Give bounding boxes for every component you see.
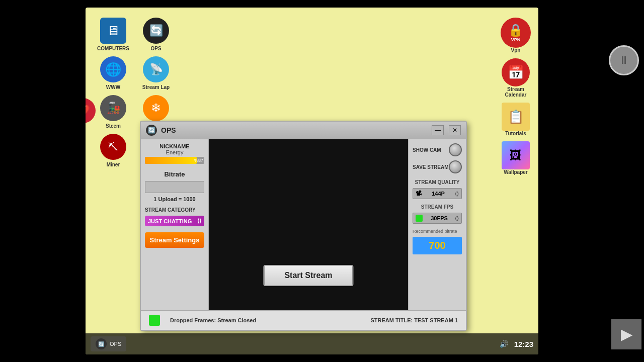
icon-row-1: 🖥 COMPUTERS 🔄 OPS — [96, 18, 174, 51]
stream-calendar-icon[interactable]: 📅 Stream Calendar — [498, 58, 533, 98]
save-stream-label: SAVE STREAM — [413, 164, 449, 170]
stream-title-text: STREAM TITLE: TEST STREAM 1 — [370, 317, 458, 323]
tutorial-folder-icon: 📋 — [502, 103, 530, 131]
streamlap-label: Stream Lap — [142, 84, 170, 90]
ops-titlebar: 🔄 OPS — ✕ — [141, 122, 466, 139]
icon-row-2: 🌐 WWW 📡 Stream Lap — [96, 56, 174, 90]
right-icons: 🔒 VPN Vpn 📅 Stream Calendar 📋 Tutorials … — [498, 18, 533, 175]
computers-icon[interactable]: 🖥 COMPUTERS — [96, 18, 131, 51]
tutorials-icon[interactable]: 📋 Tutorials — [498, 103, 533, 136]
taskbar-ops-icon: 🔄 — [96, 338, 107, 349]
pause-button[interactable]: ⏸ — [609, 45, 639, 75]
quality-dropdown[interactable]: 📽 144P ⟨⟩ — [413, 188, 462, 199]
quality-arrows: ⟨⟩ — [455, 191, 459, 197]
fps-arrows: ⟨⟩ — [455, 216, 459, 221]
nickname-section: NICKNAME Energy %87 — [145, 143, 204, 165]
quality-value: 144P — [432, 191, 445, 197]
ops-label: OPS — [150, 46, 161, 51]
stream-title-label: STREAM TITLE: — [370, 317, 413, 323]
minimize-button[interactable]: — — [432, 125, 444, 135]
ops-window-title: OPS — [161, 126, 427, 134]
recommended-bitrate-label: Recommended bitrate — [413, 229, 462, 234]
health-icon: ❤️ — [86, 98, 96, 123]
volume-icon[interactable]: 🔊 — [500, 340, 508, 348]
minecraft-icon[interactable]: ⛏ Miner — [96, 134, 131, 167]
stream-preview: Start Stream — [209, 139, 408, 310]
taskbar-ops-label: OPS — [110, 341, 121, 347]
show-cam-label: SHOW CAM — [413, 147, 441, 153]
minecraft-label: Miner — [107, 162, 120, 167]
streamlap-icon[interactable]: 📡 Stream Lap — [138, 56, 174, 90]
save-stream-toggle[interactable] — [449, 160, 462, 173]
ops-right-panel: SHOW CAM SAVE STREAM STREAM QUALITY 📽 14… — [408, 139, 466, 310]
www-label: WWW — [106, 84, 120, 90]
calendar-icon: 📅 — [502, 58, 530, 86]
ops-bottom-bar: Dropped Frames: Stream Closed STREAM TIT… — [141, 310, 466, 330]
steam-label: Steem — [106, 123, 121, 129]
category-arrows: ⟨⟩ — [197, 218, 201, 224]
bitrate-bar — [145, 181, 204, 193]
clock: 12:23 — [514, 340, 533, 348]
nickname-value: Energy — [145, 149, 204, 155]
show-cam-toggle[interactable] — [449, 143, 462, 156]
energy-percent: %87 — [194, 157, 203, 164]
taskbar-right: 🔊 12:23 — [500, 340, 533, 348]
energy-bar — [145, 157, 197, 164]
nickname-label: NICKNAME — [145, 143, 204, 149]
fps-dropdown[interactable]: 30FPS ⟨⟩ — [413, 213, 462, 224]
tutorials-label: Tutorials — [505, 131, 526, 136]
stream-quality-label: STREAM QUALITY — [413, 179, 462, 185]
wallpaper-desktop-icon[interactable]: 🖼 Wallpaper — [498, 141, 533, 175]
ops-titlebar-icon: 🔄 — [146, 125, 157, 136]
vpn-icon: 🔒 VPN — [501, 18, 531, 48]
stream-category-label: STREAM CATEGORY — [145, 207, 204, 213]
www-icon[interactable]: 🌐 WWW — [96, 56, 131, 90]
ops-icon[interactable]: 🔄 OPS — [138, 18, 174, 51]
stream-title-value: TEST STREAM 1 — [414, 317, 458, 323]
taskbar-ops-item[interactable]: 🔄 OPS — [91, 336, 126, 351]
taskbar: 🔄 OPS 🔊 12:23 — [86, 333, 538, 354]
wallpaper-icon: 🖼 — [502, 141, 530, 169]
category-select[interactable]: JUST CHATTING ⟨⟩ — [145, 216, 204, 226]
status-dot — [149, 315, 160, 326]
energy-bar-container: %87 — [145, 157, 204, 164]
start-stream-button[interactable]: Start Stream — [263, 265, 353, 286]
exit-arrow-icon: ▶ — [621, 326, 632, 343]
steam-icon[interactable]: 🚂 Steem — [96, 95, 131, 129]
exit-button[interactable]: ▶ — [611, 319, 641, 349]
ops-body: NICKNAME Energy %87 Bitrate 1 Upload = 1… — [141, 139, 466, 310]
dropped-frames-text: Dropped Frames: Stream Closed — [170, 317, 256, 323]
desktop-screen: 🖥 COMPUTERS 🔄 OPS 🌐 WWW 📡 Stream Lap 🚂 S… — [86, 8, 538, 354]
stream-settings-button[interactable]: Stream Settings — [145, 232, 204, 248]
save-stream-row: SAVE STREAM — [413, 160, 462, 173]
ops-window: 🔄 OPS — ✕ NICKNAME Energy %87 Bitrate 1 — [140, 121, 467, 331]
category-value: JUST CHATTING — [148, 218, 192, 224]
stream-calendar-label: Stream Calendar — [498, 86, 533, 98]
show-cam-row: SHOW CAM — [413, 143, 462, 156]
stream-fps-label: STREAM FPS — [413, 204, 462, 210]
pause-icon: ⏸ — [618, 54, 629, 67]
ops-left-panel: NICKNAME Energy %87 Bitrate 1 Upload = 1… — [141, 139, 209, 310]
bitrate-value: 700 — [413, 237, 462, 254]
wallpaper-label: Wallpaper — [504, 169, 527, 175]
close-button[interactable]: ✕ — [449, 125, 461, 135]
upload-text: 1 Upload = 1000 — [145, 196, 204, 202]
bitrate-label: Bitrate — [145, 170, 204, 178]
computers-label: COMPUTERS — [97, 46, 129, 51]
vpn-desktop-icon[interactable]: 🔒 VPN Vpn — [498, 18, 533, 53]
fps-value: 30FPS — [431, 215, 448, 221]
vpn-label: Vpn — [511, 48, 521, 53]
